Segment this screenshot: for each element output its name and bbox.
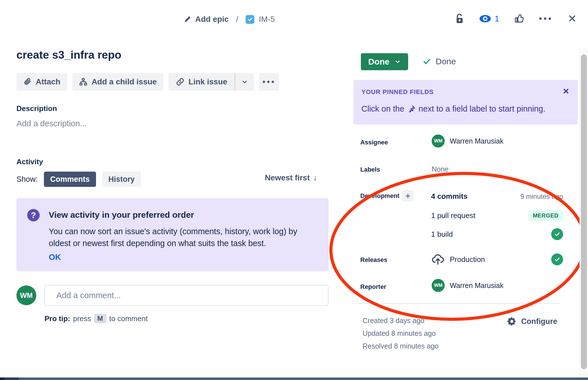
field-label-reporter: Reporter xyxy=(360,283,386,291)
sort-order-label: Newest first xyxy=(265,173,310,182)
labels-value[interactable]: None xyxy=(432,165,449,173)
field-label-releases: Releases xyxy=(360,256,387,264)
jira-issue-view: Add epic / IM-5 1 ••• ✕ create s3_infra … xyxy=(0,0,588,380)
tip-ok-link[interactable]: OK xyxy=(49,253,61,262)
commits-time: 9 minutes ago xyxy=(520,193,563,200)
status-dropdown-button[interactable]: Done xyxy=(361,53,408,70)
issue-toolbar: Attach Add a child issue Link issue ••• xyxy=(16,73,279,91)
pin-icon xyxy=(407,105,416,113)
reporter-value[interactable]: WM Warren Marusiak xyxy=(432,279,503,292)
tab-comments[interactable]: Comments xyxy=(44,172,96,187)
watchers-count: 1 xyxy=(495,14,499,24)
pull-request-link[interactable]: 1 pull request xyxy=(431,211,475,220)
field-label-labels: Labels xyxy=(360,166,380,173)
link-issue-button[interactable]: Link issue xyxy=(169,73,235,91)
release-success-icon xyxy=(551,253,563,265)
thumbs-up-icon xyxy=(514,14,524,24)
release-link[interactable]: Production xyxy=(431,253,485,266)
releases-row: Production xyxy=(431,253,563,266)
build-success-icon xyxy=(551,228,563,240)
created-timestamp: Created 3 days ago xyxy=(363,317,424,325)
bottom-edge-segment xyxy=(5,377,19,380)
pinned-body-pre: Click on the xyxy=(361,104,404,114)
question-icon: ? xyxy=(27,209,40,221)
field-label-assignee: Assignee xyxy=(360,139,388,146)
field-label-development: Development xyxy=(360,192,399,200)
attach-button[interactable]: Attach xyxy=(16,73,67,91)
breadcrumb: Add epic / IM-5 xyxy=(184,15,275,24)
resolution-label: Done xyxy=(436,57,456,66)
add-child-issue-label: Add a child issue xyxy=(91,77,157,86)
show-label: Show: xyxy=(16,175,38,184)
assignee-avatar: WM xyxy=(432,135,445,148)
add-epic-button[interactable]: Add epic xyxy=(184,15,229,24)
tab-history[interactable]: History xyxy=(102,172,141,187)
pinned-body-post: next to a field label to start pinning. xyxy=(419,104,546,114)
cloud-upload-icon xyxy=(431,253,445,266)
comment-pro-tip: Pro tip: press M to comment xyxy=(44,314,148,323)
reporter-avatar: WM xyxy=(432,279,445,292)
reporter-name: Warren Marusiak xyxy=(450,281,503,290)
task-type-icon[interactable] xyxy=(246,15,254,24)
comment-input[interactable] xyxy=(44,285,329,306)
paperclip-icon xyxy=(23,78,32,86)
unlock-icon[interactable] xyxy=(455,13,464,24)
activity-filter-row: Show: Comments History xyxy=(16,172,141,187)
link-issue-dropdown[interactable] xyxy=(235,73,254,91)
sort-order-button[interactable]: Newest first ↓ xyxy=(265,173,317,182)
link-icon xyxy=(176,78,184,86)
build-link[interactable]: 1 build xyxy=(431,230,453,239)
child-issues-icon xyxy=(79,78,88,86)
add-epic-label: Add epic xyxy=(195,15,229,24)
configure-button[interactable]: Configure xyxy=(507,317,557,326)
development-pr-row: 1 pull request MERGED xyxy=(431,210,563,221)
toolbar-more-button[interactable]: ••• xyxy=(259,73,279,91)
scrollbar-thumb[interactable] xyxy=(581,54,587,369)
check-icon xyxy=(423,57,431,66)
assignee-value[interactable]: WM Warren Marusiak xyxy=(432,135,503,148)
pro-tip-pre: press xyxy=(73,314,91,323)
link-issue-label: Link issue xyxy=(188,77,227,86)
resolved-timestamp: Resolved 8 minutes ago xyxy=(363,342,438,350)
eye-icon xyxy=(479,14,491,23)
tip-body: You can now sort an issue's activity (co… xyxy=(49,225,309,249)
add-development-button[interactable]: + xyxy=(402,190,414,202)
development-build-row: 1 build xyxy=(431,228,563,240)
pinned-close-icon[interactable]: ✕ xyxy=(563,87,569,96)
description-placeholder[interactable]: Add a description... xyxy=(16,119,87,128)
resolution-indicator: Done xyxy=(423,57,456,66)
arrow-down-icon: ↓ xyxy=(313,173,317,182)
header-actions: 1 ••• ✕ xyxy=(455,12,577,25)
like-button[interactable] xyxy=(514,14,524,24)
add-child-issue-button[interactable]: Add a child issue xyxy=(72,73,163,91)
issue-key[interactable]: IM-5 xyxy=(259,15,275,24)
pro-tip-post: to comment xyxy=(109,314,148,323)
page-title[interactable]: create s3_infra repo xyxy=(16,49,122,61)
pinned-fields-banner: YOUR PINNED FIELDS ✕ Click on the next t… xyxy=(353,80,578,125)
breadcrumb-separator: / xyxy=(233,15,241,24)
status-label: Done xyxy=(368,57,389,67)
panel-divider xyxy=(357,303,560,304)
assignee-name: Warren Marusiak xyxy=(450,137,503,145)
release-name: Production xyxy=(450,255,485,264)
watch-button[interactable]: 1 xyxy=(479,14,499,24)
merged-badge: MERGED xyxy=(528,210,563,221)
bottom-window-edge xyxy=(0,377,588,380)
attach-label: Attach xyxy=(36,77,60,86)
close-icon[interactable]: ✕ xyxy=(568,12,577,25)
tip-title: View activity in your preferred order xyxy=(49,210,194,220)
keyboard-shortcut-m: M xyxy=(94,314,106,323)
pencil-icon xyxy=(184,16,191,23)
configure-label: Configure xyxy=(521,317,557,326)
current-user-avatar: WM xyxy=(16,285,36,305)
commits-link[interactable]: 4 commits xyxy=(431,192,468,201)
gear-icon xyxy=(507,317,517,326)
more-actions-button[interactable]: ••• xyxy=(539,14,553,24)
field-label-development-row: Development + xyxy=(360,190,414,202)
development-commits-row: 4 commits 9 minutes ago xyxy=(431,192,563,201)
bottom-edge-segment xyxy=(0,377,5,380)
pinned-fields-heading: YOUR PINNED FIELDS xyxy=(361,88,434,96)
pro-tip-bold: Pro tip: xyxy=(44,314,70,323)
description-heading: Description xyxy=(16,104,57,113)
pinned-fields-body: Click on the next to a field label to st… xyxy=(361,104,546,114)
